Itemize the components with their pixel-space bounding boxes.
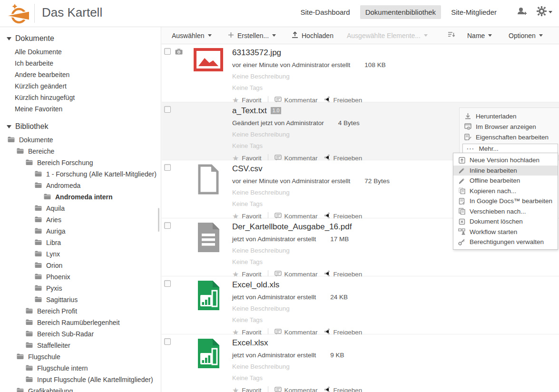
menu-item[interactable]: Verschieben nach... — [453, 206, 558, 217]
more-actions-button[interactable]: ··· Mehr... — [462, 144, 558, 154]
tree-folder-label: Orion — [46, 262, 62, 269]
tree-folder-item[interactable]: Libra — [7, 237, 158, 248]
tree-folder-item[interactable]: Lynx — [7, 248, 158, 260]
tree-folder-item[interactable]: Aquila — [7, 203, 158, 214]
row-checkbox[interactable] — [164, 106, 171, 113]
comment-icon — [275, 387, 282, 392]
site-title: Das Kartell — [42, 5, 102, 20]
tree-folder-item[interactable]: Bereich Forschung — [7, 157, 158, 168]
file-tags: Keine Tags — [232, 142, 457, 149]
action-panel-item[interactable]: Eigenschaften bearbeiten — [460, 132, 559, 142]
file-thumbnail[interactable] — [190, 338, 226, 372]
file-info: Der_Kartellbote_Ausgabe_16.pdf jetzt von… — [232, 222, 457, 278]
sidebar-scrollbar[interactable] — [158, 208, 159, 232]
tree-folder-item[interactable]: Staffelleiter — [7, 340, 158, 351]
tree-folder-item[interactable]: Orion — [7, 260, 158, 271]
file-name-link[interactable]: Excel.xlsx — [232, 338, 268, 347]
row-checkbox[interactable] — [164, 164, 171, 171]
menu-item[interactable]: In Google Docs™ bearbeiten — [453, 196, 558, 206]
menu-item[interactable]: Kopieren nach... — [453, 186, 558, 196]
tree-folder-item[interactable]: Bereiche — [7, 146, 158, 157]
file-thumbnail[interactable] — [190, 222, 226, 256]
select-button[interactable]: Auswählen — [172, 27, 212, 44]
file-size: 108 KB — [364, 61, 385, 69]
row-checkbox[interactable] — [164, 338, 171, 345]
row-checkbox[interactable] — [164, 222, 171, 229]
menu-item[interactable]: Workflow starten — [453, 227, 558, 237]
library-section-header[interactable]: Bibliothek — [7, 122, 158, 131]
documents-section-header[interactable]: Dokumente — [7, 34, 158, 43]
tree-folder-item[interactable]: Pyxis — [7, 283, 158, 294]
tree-folder-item[interactable]: Bereich Sub-Radar — [7, 328, 158, 340]
file-name-link[interactable]: Excel_old.xls — [232, 280, 279, 289]
tree-folder-item[interactable]: Sagittarius — [7, 294, 158, 305]
gear-icon — [537, 6, 547, 18]
tree-folder-item[interactable]: Dokumente — [7, 134, 158, 146]
sort-direction-button[interactable] — [448, 27, 455, 44]
file-thumbnail[interactable] — [190, 106, 226, 140]
tree-folder-item[interactable]: Bereich Raumüberlegenheit — [7, 317, 158, 328]
version-badge: 1.0 — [271, 107, 282, 114]
tree-folder-label: Bereich Sub-Radar — [37, 330, 94, 338]
nav-item[interactable]: Dokumentenbibliothek — [360, 5, 441, 19]
sidebar-filter-link[interactable]: Andere bearbeiten — [7, 69, 158, 80]
tree-folder-item[interactable]: Grafikabteilung — [7, 385, 158, 392]
sidebar-filter-link[interactable]: Ich bearbeite — [7, 58, 158, 69]
share-button[interactable]: Freigeben — [324, 386, 362, 392]
nav-item[interactable]: Site-Mitglieder — [446, 5, 502, 19]
sidebar-filter-link[interactable]: Alle Dokumente — [7, 46, 158, 58]
library-section-title: Bibliothek — [15, 122, 48, 131]
sidebar-filter-link[interactable]: Kürzlich hinzugefügt — [7, 92, 158, 103]
comment-button[interactable]: Kommentar — [275, 387, 318, 392]
row-checkbox[interactable] — [164, 280, 171, 287]
tree-folder-item[interactable]: Input Flugschule (Alle Kartellmitglieder… — [7, 374, 158, 385]
file-name-link[interactable]: a_Text.txt — [232, 106, 267, 115]
tree-folder-item[interactable]: Auriga — [7, 225, 158, 237]
favorite-button[interactable]: ★ Favorit — [232, 387, 262, 392]
sidebar-filter-link[interactable]: Kürzlich geändert — [7, 80, 158, 92]
document-library-page: Das Kartell Site-Dashboard Dokumentenbib… — [0, 0, 559, 392]
tree-folder-label: Bereich Forschung — [37, 159, 93, 167]
folder-icon — [26, 330, 33, 338]
menu-item[interactable]: Inline bearbeiten — [453, 166, 558, 176]
tree-folder-label: Andromeda intern — [55, 193, 113, 201]
menu-item[interactable]: Dokument löschen — [453, 216, 558, 227]
sort-field-button[interactable]: Name — [467, 27, 492, 44]
options-button[interactable]: Optionen — [509, 27, 543, 44]
tree-folder-item[interactable]: Flugschule — [7, 351, 158, 363]
tree-folder-item[interactable]: Phoenix — [7, 271, 158, 283]
menu-item[interactable]: Offline bearbeiten — [453, 176, 558, 186]
tree-folder-item[interactable]: Andromeda intern — [7, 191, 158, 203]
file-name-link[interactable]: Der_Kartellbote_Ausgabe_16.pdf — [232, 222, 352, 231]
browser-icon — [464, 123, 471, 130]
tree-folder-item[interactable]: 1 - Forschung (Alle Kartell-Mitglieder) — [7, 168, 158, 180]
menu-item[interactable]: Neue Version hochladen — [453, 155, 558, 166]
file-name-link[interactable]: CSV.csv — [232, 164, 263, 173]
file-thumbnail[interactable] — [190, 280, 226, 314]
tree-folder-item[interactable]: Aries — [7, 214, 158, 225]
chevron-down-icon — [272, 34, 276, 37]
action-panel-item[interactable]: Im Browser anzeigen — [460, 121, 559, 132]
action-panel-item[interactable]: Herunterladen — [460, 111, 559, 121]
menu-item[interactable]: Berechtigungen verwalten — [453, 237, 558, 247]
tree-folder-item[interactable]: Andromeda — [7, 180, 158, 191]
file-name-link[interactable]: 63133572.jpg — [232, 48, 281, 57]
folder-icon — [35, 205, 42, 212]
upload-button[interactable]: Hochladen — [292, 27, 333, 44]
nav-item[interactable]: Site-Dashboard — [295, 5, 355, 19]
file-thumbnail[interactable] — [190, 48, 226, 82]
file-meta: jetzt von Administrator erstellt17 MB — [232, 235, 457, 243]
settings-menu-button[interactable] — [537, 6, 552, 18]
row-checkbox[interactable] — [164, 48, 171, 55]
selected-items-button[interactable]: Ausgewählte Elemente... — [347, 27, 428, 44]
folder-icon — [26, 319, 33, 326]
site-logo-icon[interactable] — [5, 3, 31, 27]
tree-folder-item[interactable]: Flugschule intern — [7, 363, 158, 374]
folder-icon — [17, 387, 24, 392]
sidebar-filter-link[interactable]: Meine Favoriten — [7, 103, 158, 115]
file-thumbnail[interactable] — [190, 164, 226, 198]
create-button[interactable]: Erstellen... — [228, 27, 276, 44]
file-info: Excel.xlsx jetzt von Administrator erste… — [232, 338, 457, 392]
invite-user-button[interactable] — [517, 7, 527, 18]
tree-folder-item[interactable]: Bereich Profit — [7, 305, 158, 317]
